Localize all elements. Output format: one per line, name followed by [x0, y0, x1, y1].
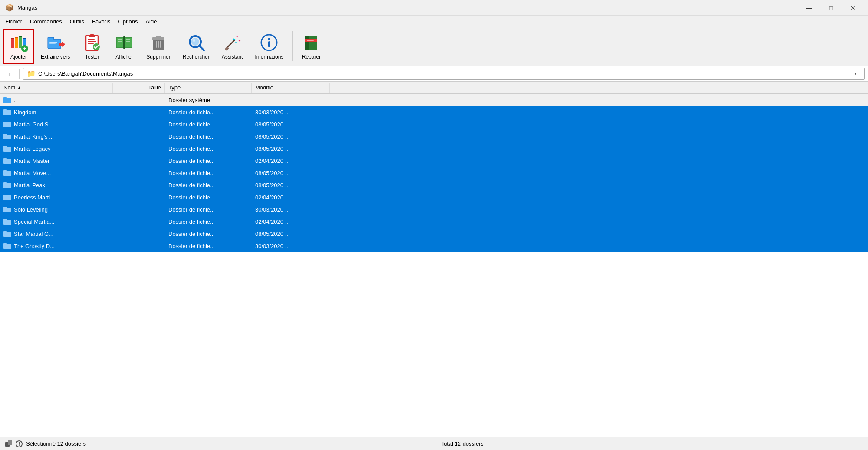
- svg-rect-19: [88, 43, 94, 44]
- extraire-button[interactable]: Extraire vers: [36, 29, 75, 64]
- svg-rect-2: [15, 37, 18, 48]
- extraire-icon: [46, 33, 65, 52]
- menu-outils[interactable]: Outils: [66, 17, 88, 26]
- file-size: [113, 111, 165, 113]
- file-size: [113, 160, 165, 162]
- svg-rect-12: [48, 37, 54, 40]
- address-dropdown-icon[interactable]: ▼: [850, 71, 861, 76]
- svg-rect-28: [126, 39, 130, 40]
- svg-rect-70: [3, 182, 7, 184]
- rechercher-button[interactable]: Rechercher: [178, 29, 215, 64]
- menu-fichier[interactable]: Fichier: [2, 17, 26, 26]
- svg-rect-0: [11, 38, 14, 48]
- assistant-icon: ✦ ✦ ✦ ✦: [223, 33, 242, 52]
- svg-rect-18: [88, 41, 96, 42]
- file-modified: 08/05/2020 ...: [252, 181, 330, 189]
- file-size: [113, 221, 165, 222]
- file-name: Kingdom: [0, 108, 113, 116]
- table-row[interactable]: Martial Legacy Dossier de fichie... 08/0…: [0, 142, 868, 155]
- close-button[interactable]: ✕: [843, 3, 863, 13]
- table-row[interactable]: Solo Leveling Dossier de fichie... 30/03…: [0, 203, 868, 215]
- col-header-type[interactable]: Type: [165, 83, 252, 93]
- table-row[interactable]: .. Dossier système: [0, 94, 868, 106]
- menu-options[interactable]: Options: [115, 17, 141, 26]
- file-modified: 30/03/2020 ...: [252, 205, 330, 214]
- afficher-button[interactable]: Afficher: [109, 29, 139, 64]
- table-row[interactable]: Peerless Marti... Dossier de fichie... 0…: [0, 191, 868, 203]
- svg-rect-72: [3, 195, 7, 196]
- svg-rect-14: [49, 43, 56, 44]
- app-title: Mangas: [17, 4, 37, 11]
- address-path-container[interactable]: 📁 C:\Users\Barigah\Documents\Mangas ▼: [23, 68, 865, 80]
- file-type: Dossier système: [165, 96, 252, 104]
- file-name: Martial God S...: [0, 120, 113, 129]
- table-row[interactable]: The Ghostly D... Dossier de fichie... 30…: [0, 240, 868, 252]
- menu-commandes[interactable]: Commandes: [26, 17, 66, 26]
- app-icon: 📦: [5, 3, 14, 12]
- svg-rect-64: [3, 146, 7, 148]
- title-bar-controls: — □ ✕: [799, 3, 863, 13]
- assistant-label: Assistant: [222, 54, 243, 60]
- svg-rect-35: [156, 41, 157, 48]
- svg-text:✦: ✦: [236, 35, 239, 39]
- svg-rect-80: [3, 243, 7, 245]
- col-header-taille[interactable]: Taille: [113, 83, 165, 93]
- status-total: Total 12 dossiers: [441, 440, 484, 447]
- maximize-button[interactable]: □: [821, 3, 841, 13]
- svg-rect-54: [307, 40, 314, 41]
- ajouter-button[interactable]: Ajouter: [3, 29, 34, 64]
- rechercher-label: Rechercher: [183, 54, 210, 60]
- file-size: [113, 123, 165, 125]
- path-folder-icon: 📁: [27, 69, 36, 78]
- col-header-nom[interactable]: Nom ▲: [0, 83, 113, 93]
- table-row[interactable]: Star Martial G... Dossier de fichie... 0…: [0, 228, 868, 240]
- tester-label: Tester: [85, 54, 99, 60]
- svg-rect-26: [118, 41, 122, 42]
- file-name: Martial Peak: [0, 181, 113, 189]
- rechercher-icon: [187, 33, 206, 52]
- file-modified: [252, 99, 330, 101]
- status-bar: Sélectionné 12 dossiers Total 12 dossier…: [0, 437, 868, 450]
- svg-rect-60: [3, 122, 7, 123]
- afficher-label: Afficher: [115, 54, 133, 60]
- supprimer-label: Supprimer: [146, 54, 170, 60]
- table-row[interactable]: Martial King's ... Dossier de fichie... …: [0, 130, 868, 142]
- table-row[interactable]: Special Martia... Dossier de fichie... 0…: [0, 215, 868, 228]
- status-left: Sélectionné 12 dossiers: [5, 440, 434, 447]
- table-row[interactable]: Kingdom Dossier de fichie... 30/03/2020 …: [0, 106, 868, 118]
- svg-rect-50: [268, 41, 270, 47]
- up-button[interactable]: ↑: [3, 68, 16, 80]
- supprimer-button[interactable]: Supprimer: [141, 29, 175, 64]
- svg-rect-52: [305, 36, 309, 50]
- file-name: Solo Leveling: [0, 205, 113, 214]
- file-modified: 02/04/2020 ...: [252, 218, 330, 226]
- folder-icon: [3, 242, 11, 249]
- status-icons: [5, 440, 23, 447]
- table-row[interactable]: Martial Peak Dossier de fichie... 08/05/…: [0, 179, 868, 191]
- svg-rect-1: [11, 38, 14, 39]
- table-row[interactable]: Martial Master Dossier de fichie... 02/0…: [0, 155, 868, 167]
- file-type: Dossier de fichie...: [165, 169, 252, 177]
- toolbar-separator: [292, 31, 293, 61]
- col-header-modifie[interactable]: Modifié: [252, 83, 330, 93]
- table-row[interactable]: Martial God S... Dossier de fichie... 08…: [0, 118, 868, 130]
- reparer-button[interactable]: Réparer: [296, 29, 326, 64]
- file-type: Dossier de fichie...: [165, 132, 252, 141]
- minimize-button[interactable]: —: [799, 3, 819, 13]
- folder-icon: [3, 218, 11, 225]
- folder-icon: [3, 133, 11, 140]
- file-type: Dossier de fichie...: [165, 230, 252, 238]
- svg-rect-58: [3, 109, 7, 111]
- informations-button[interactable]: Informations: [250, 29, 289, 64]
- title-bar-left: 📦 Mangas: [5, 3, 37, 12]
- file-modified: 30/03/2020 ...: [252, 242, 330, 250]
- assistant-button[interactable]: ✦ ✦ ✦ ✦ Assistant: [217, 29, 248, 64]
- menu-aide[interactable]: Aide: [142, 17, 160, 26]
- tester-button[interactable]: Tester: [77, 29, 107, 64]
- menu-favoris[interactable]: Favoris: [89, 17, 114, 26]
- file-size: [113, 136, 165, 137]
- svg-rect-4: [19, 36, 22, 48]
- file-name: Martial King's ...: [0, 132, 113, 141]
- table-row[interactable]: Martial Move... Dossier de fichie... 08/…: [0, 167, 868, 179]
- informations-icon: [260, 33, 279, 52]
